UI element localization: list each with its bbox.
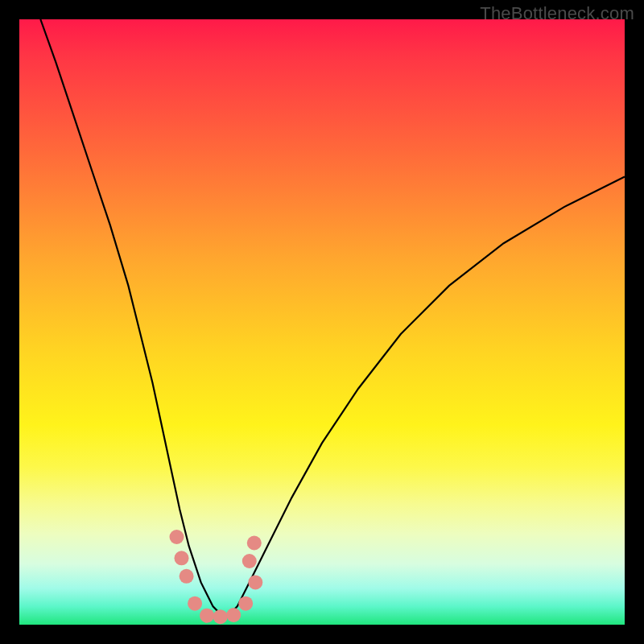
attribution-text: TheBottleneck.com — [480, 3, 634, 24]
marker-dot — [170, 530, 184, 544]
marker-dot — [242, 554, 257, 568]
marker-dot — [248, 575, 262, 589]
marker-dot — [180, 569, 194, 584]
marker-dot — [238, 597, 253, 611]
curve-left-branch — [40, 19, 225, 619]
marker-dot — [200, 609, 214, 623]
chart-svg — [19, 19, 625, 625]
chart-plot-area — [19, 19, 625, 625]
marker-dot — [188, 597, 202, 611]
marker-dot — [226, 608, 241, 622]
curve-right-branch — [225, 177, 625, 619]
marker-dot — [247, 536, 262, 551]
marker-dot — [175, 551, 189, 565]
marker-dot — [213, 609, 228, 624]
